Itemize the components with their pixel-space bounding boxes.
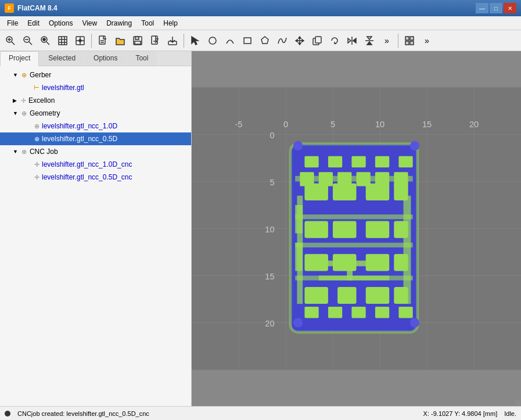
menu-item-tool[interactable]: Tool [136, 18, 159, 28]
svg-rect-25 [135, 37, 139, 40]
levelshifter-gtl-label: levelshifter.gtl [42, 84, 84, 92]
levelshifter-gtl-item[interactable]: ⊢ levelshifter.gtl [0, 81, 191, 94]
svg-rect-87 [366, 184, 390, 200]
grid-view-button[interactable] [401, 33, 418, 49]
ncc-05d-item[interactable]: ⊕ levelshifter.gtl_ncc_0.5D [0, 132, 191, 145]
minimize-button[interactable]: — [476, 3, 488, 13]
close-button[interactable]: ✕ [504, 3, 516, 13]
left-panel: ProjectSelectedOptionsTool ▼ ⊕ Gerber ⊢ … [0, 51, 192, 406]
geometry-group: ▼ ⊕ Geometry ⊕ levelshifter.gtl_ncc_1.0D… [0, 107, 191, 145]
svg-rect-81 [351, 156, 365, 167]
tab-project[interactable]: Project [0, 51, 39, 66]
tab-tool[interactable]: Tool [127, 51, 157, 66]
ncc-1d-item[interactable]: ⊕ levelshifter.gtl_ncc_1.0D [0, 120, 191, 132]
copy-tool-button[interactable] [309, 33, 325, 49]
geometry-collapse-arrow: ▼ [13, 110, 18, 116]
circle-tool-button[interactable] [204, 33, 221, 49]
export-button[interactable] [147, 33, 163, 49]
svg-point-120 [410, 141, 419, 150]
rotate-tool-button[interactable] [326, 33, 343, 49]
main-area: ProjectSelectedOptionsTool ▼ ⊕ Gerber ⊢ … [0, 51, 521, 406]
polygon-tool-button[interactable] [257, 33, 273, 49]
project-tree: ▼ ⊕ Gerber ⊢ levelshifter.gtl ▶ ✛ [0, 66, 191, 406]
menu-item-options[interactable]: Options [44, 18, 77, 28]
tab-selected[interactable]: Selected [39, 51, 84, 66]
zoom-in-button[interactable] [2, 33, 19, 49]
zoom-out-button[interactable] [20, 33, 36, 49]
maximize-button[interactable]: □ [490, 3, 502, 13]
cnc-job-icon: ⊕ [19, 148, 30, 156]
svg-rect-92 [295, 243, 413, 247]
svg-rect-103 [366, 254, 390, 271]
svg-text:0: 0 [270, 131, 274, 140]
titlebar: F FlatCAM 8.4 — □ ✕ [0, 0, 521, 16]
svg-rect-114 [404, 196, 411, 304]
menu-item-view[interactable]: View [77, 18, 102, 28]
flip-h-button[interactable] [344, 33, 360, 49]
svg-rect-86 [333, 184, 357, 200]
excellon-label: Excellon [28, 96, 55, 105]
svg-rect-115 [297, 196, 303, 304]
svg-rect-32 [244, 38, 251, 44]
toolbar-separator-1 [91, 34, 92, 48]
svg-rect-47 [410, 41, 414, 45]
svg-rect-26 [135, 41, 141, 44]
panel-tabs: ProjectSelectedOptionsTool [0, 51, 191, 66]
menu-item-file[interactable]: File [2, 18, 23, 28]
cnc-file-icon: ✛ [31, 161, 42, 168]
svg-rect-12 [59, 37, 67, 45]
geometry-file-icon-2: ⊕ [31, 135, 42, 143]
move-tool-button[interactable] [292, 33, 308, 49]
menu-item-edit[interactable]: Edit [23, 18, 44, 28]
menu-item-drawing[interactable]: Drawing [102, 18, 136, 28]
flip-v-button[interactable] [361, 33, 378, 49]
cnc-1d-label: levelshifter.gtl_ncc_1.0D_cnc [42, 160, 132, 168]
rect-tool-button[interactable] [239, 33, 256, 49]
cnc-job-group-header[interactable]: ▼ ⊕ CNC Job [0, 145, 191, 158]
tab-options[interactable]: Options [85, 51, 126, 66]
cnc-1d-item[interactable]: ✛ levelshifter.gtl_ncc_1.0D_cnc [0, 158, 191, 171]
svg-rect-80 [328, 156, 342, 167]
excellon-icon: ✛ [18, 97, 28, 105]
geometry-file-icon: ⊕ [31, 123, 42, 130]
extra-button[interactable]: » [419, 33, 435, 49]
toggle-snap-button[interactable] [72, 33, 88, 49]
menu-item-help[interactable]: Help [159, 18, 182, 28]
svg-text:20: 20 [265, 319, 274, 328]
svg-marker-42 [367, 37, 372, 40]
svg-rect-83 [398, 156, 412, 167]
svg-rect-95 [333, 221, 357, 238]
geometry-group-header[interactable]: ▼ ⊕ Geometry [0, 107, 191, 120]
svg-text:5: 5 [330, 120, 335, 129]
svg-rect-21 [99, 36, 105, 44]
svg-rect-100 [319, 276, 390, 281]
new-button[interactable] [95, 33, 111, 49]
more-tools-button[interactable]: » [379, 33, 395, 49]
pointer-tool-button[interactable] [187, 33, 203, 49]
path-tool-button[interactable] [274, 33, 290, 49]
open-button[interactable] [112, 33, 128, 49]
svg-rect-101 [304, 254, 328, 271]
toolbar-separator-3 [398, 34, 398, 48]
canvas-area[interactable]: 0 5 10 15 20 -5 0 5 10 15 20 [192, 51, 521, 406]
svg-rect-37 [315, 37, 321, 43]
svg-rect-105 [304, 287, 328, 304]
svg-rect-96 [366, 221, 390, 238]
gerber-icon: ⊕ [19, 71, 30, 79]
geometry-label: Geometry [30, 109, 60, 117]
gerber-group-header[interactable]: ▼ ⊕ Gerber [0, 69, 191, 81]
save-button[interactable] [130, 33, 146, 49]
import-button[interactable] [164, 33, 181, 49]
gerber-group: ▼ ⊕ Gerber ⊢ levelshifter.gtl [0, 69, 191, 94]
cnc-05d-item[interactable]: ✛ levelshifter.gtl_ncc_0.5D_cnc [0, 171, 191, 184]
resize-handle[interactable] [514, 399, 521, 406]
zoom-fit-button[interactable] [37, 33, 53, 49]
arc-tool-button[interactable] [222, 33, 238, 49]
excellon-group-header[interactable]: ▶ ✛ Excellon [0, 94, 191, 107]
svg-point-11 [43, 38, 45, 41]
toggle-grid-button[interactable] [55, 33, 71, 49]
ncc-1d-label: levelshifter.gtl_ncc_1.0D [42, 122, 117, 130]
cnc-05d-label: levelshifter.gtl_ncc_0.5D_cnc [42, 173, 132, 181]
svg-text:5: 5 [270, 178, 274, 187]
svg-rect-106 [337, 287, 356, 304]
